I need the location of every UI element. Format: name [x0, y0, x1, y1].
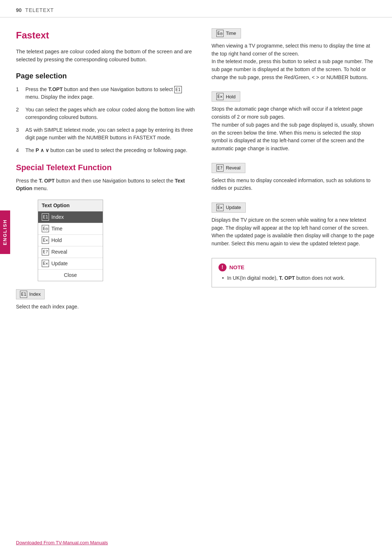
reveal-section: E? Reveal Select this menu to display co…: [212, 163, 376, 192]
note-title: NOTE: [229, 263, 245, 272]
steps-list: 1 Press the T.OPT button and then use Na…: [16, 86, 197, 154]
note-item-1: In UK(In digital mode), T. OPT button do…: [222, 274, 369, 282]
step-2: 2 You can select the pages which are col…: [16, 106, 197, 121]
menu-item-time[interactable]: E◎ Time: [38, 223, 103, 235]
note-box: ! NOTE In UK(In digital mode), T. OPT bu…: [212, 258, 376, 288]
select-text: Select the each index page.: [16, 303, 197, 311]
note-list: In UK(In digital mode), T. OPT button do…: [219, 274, 369, 282]
menu-item-reveal[interactable]: E? Reveal: [38, 246, 103, 258]
index-badge-icon: E1: [20, 291, 27, 298]
menu-box-header: Text Option: [38, 200, 103, 212]
update-badge: E✕ Update: [212, 202, 246, 213]
time-section: E◎ Time When viewing a TV programme, sel…: [212, 28, 376, 81]
footer-link[interactable]: Downloaded From TV-Manual.com Manuals: [16, 540, 108, 545]
page-header-title: TELETEXT: [25, 7, 54, 14]
hold-menu-icon: E✕: [42, 237, 49, 244]
index-badge-label: Index: [29, 291, 41, 298]
menu-box-wrapper: Text Option E1 Index E◎ Time E✕ Hold E?: [38, 200, 197, 281]
index-badge: E1 Index: [16, 289, 45, 299]
hold-text: Stops the automatic page change which wi…: [212, 105, 376, 152]
hold-badge: E✕ Hold: [212, 91, 240, 102]
update-text: Displays the TV picture on the screen wh…: [212, 216, 376, 248]
note-icon: !: [219, 263, 226, 271]
hold-section: E✕ Hold Stops the automatic page change …: [212, 91, 376, 152]
special-title: Special Teletext Function: [16, 161, 197, 173]
page-header: 90 TELETEXT: [0, 0, 392, 17]
time-function-icon: E◎: [216, 30, 224, 37]
page-footer: Downloaded From TV-Manual.com Manuals: [16, 538, 376, 547]
menu-item-hold[interactable]: E✕ Hold: [38, 235, 103, 246]
index-menu-icon: E1: [42, 213, 49, 221]
fastext-title: Fastext: [16, 28, 197, 42]
page-number: 90: [16, 7, 22, 14]
main-content: Fastext The teletext pages are colour co…: [0, 17, 392, 311]
left-column: Fastext The teletext pages are colour co…: [16, 28, 197, 311]
update-section: E✕ Update Displays the TV picture on the…: [212, 202, 376, 248]
menu-item-update[interactable]: E✕ Update: [38, 258, 103, 270]
reveal-badge: E? Reveal: [212, 163, 245, 173]
step1-icon: E1: [174, 86, 181, 93]
page-selection-title: Page selection: [16, 70, 197, 81]
step-3: 3 AS with SIMPLE teletext mode, you can …: [16, 126, 197, 142]
text-option-menu: Text Option E1 Index E◎ Time E✕ Hold E?: [38, 200, 103, 281]
fastext-intro: The teletext pages are colour coded alon…: [16, 48, 197, 64]
menu-item-index[interactable]: E1 Index: [38, 212, 103, 223]
reveal-function-icon: E?: [216, 164, 224, 172]
step-1: 1 Press the T.OPT button and then use Na…: [16, 86, 197, 101]
reveal-text: Select this menu to display concealed in…: [212, 177, 376, 192]
special-intro: Press the T. OPT button and then use Nav…: [16, 177, 197, 192]
step-4: 4 The P ∧ ∨ button can be used to select…: [16, 147, 197, 154]
reveal-menu-icon: E?: [42, 248, 49, 255]
menu-item-close[interactable]: Close: [38, 270, 103, 281]
note-header: ! NOTE: [219, 263, 369, 272]
side-tab-label: ENGLISH: [1, 219, 9, 245]
update-menu-icon: E✕: [42, 260, 49, 267]
time-text: When viewing a TV programme, select this…: [212, 42, 376, 81]
update-function-icon: E✕: [216, 204, 224, 211]
hold-function-icon: E✕: [216, 93, 224, 100]
page-wrapper: ENGLISH 90 TELETEXT Fastext The teletext…: [0, 0, 392, 553]
time-menu-icon: E◎: [42, 225, 49, 232]
right-column: E◎ Time When viewing a TV programme, sel…: [212, 28, 376, 311]
time-badge: E◎ Time: [212, 28, 241, 38]
side-tab: ENGLISH: [0, 210, 10, 254]
